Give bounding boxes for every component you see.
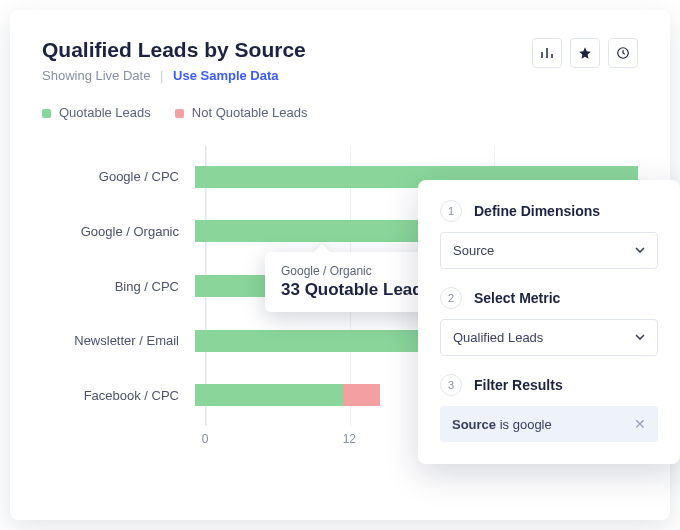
bar-segment-not-quotable[interactable] [343,384,380,406]
close-icon[interactable]: ✕ [634,416,646,432]
filter-chip-text: Source is google [452,417,552,432]
step-3-label: Filter Results [474,377,563,393]
legend-swatch-green [42,109,51,118]
history-button[interactable] [608,38,638,68]
chart-type-button[interactable] [532,38,562,68]
favorite-button[interactable] [570,38,600,68]
step-1-number: 1 [440,200,462,222]
filter-chip[interactable]: Source is google ✕ [440,406,658,442]
category-label: Bing / CPC [42,279,195,294]
x-tick-label: 12 [343,432,356,446]
filter-op: is [496,417,513,432]
step-1-label: Define Dimensions [474,203,600,219]
step-2: 2 Select Metric [440,287,658,309]
metric-select[interactable]: Qualified Leads [440,319,658,356]
legend-label-quotable: Quotable Leads [59,105,151,120]
step-2-number: 2 [440,287,462,309]
legend-label-not-quotable: Not Quotable Leads [192,105,308,120]
history-icon [616,46,630,60]
category-label: Facebook / CPC [42,388,195,403]
category-label: Google / Organic [42,224,195,239]
filter-field: Source [452,417,496,432]
filter-value: google [513,417,552,432]
config-panel: 1 Define Dimensions Source 2 Select Metr… [418,180,680,464]
x-tick-label: 0 [202,432,209,446]
step-3: 3 Filter Results [440,374,658,396]
metric-select-value: Qualified Leads [453,330,543,345]
category-label: Newsletter / Email [42,333,195,348]
star-icon [578,46,592,60]
tooltip-category: Google / Organic [281,264,432,278]
bar-chart-icon [540,46,554,60]
use-sample-data-link[interactable]: Use Sample Data [173,68,279,83]
legend-item-quotable: Quotable Leads [42,105,151,120]
bar-segment-quotable[interactable] [195,384,343,406]
subtitle-separator: | [160,68,163,83]
dimension-select-value: Source [453,243,494,258]
step-3-number: 3 [440,374,462,396]
header-row: Qualified Leads by Source Showing Live D… [42,38,638,83]
page-title: Qualified Leads by Source [42,38,306,62]
dashboard-card: Qualified Leads by Source Showing Live D… [10,10,670,520]
subtitle-row: Showing Live Date | Use Sample Data [42,68,306,83]
step-2-label: Select Metric [474,290,560,306]
chevron-down-icon [635,243,645,258]
subtitle-text: Showing Live Date [42,68,150,83]
legend-swatch-red [175,109,184,118]
header-text: Qualified Leads by Source Showing Live D… [42,38,306,83]
chevron-down-icon [635,330,645,345]
step-1: 1 Define Dimensions [440,200,658,222]
tooltip-value: 33 Quotable Leads [281,280,432,300]
legend-item-not-quotable: Not Quotable Leads [175,105,308,120]
toolbar [532,38,638,68]
category-label: Google / CPC [42,169,195,184]
legend: Quotable Leads Not Quotable Leads [42,105,638,120]
dimension-select[interactable]: Source [440,232,658,269]
